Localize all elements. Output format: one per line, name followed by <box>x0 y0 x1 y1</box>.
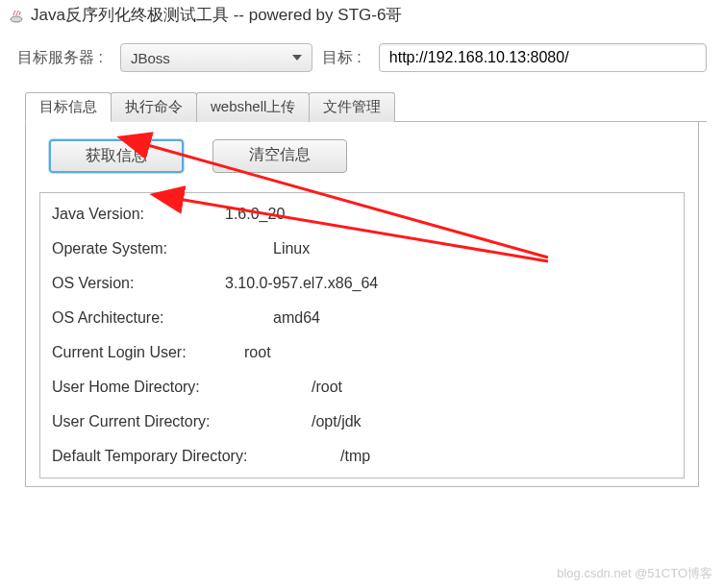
target-label: 目标 : <box>322 48 362 68</box>
info-value: 3.10.0-957.el7.x86_64 <box>225 275 378 292</box>
fetch-info-button[interactable]: 获取信息 <box>49 139 184 173</box>
info-key: OS Architecture: <box>52 309 273 327</box>
info-key: OS Version: <box>52 275 225 292</box>
tabs-area: 目标信息 执行命令 webshell上传 文件管理 获取信息 清空信息 Java… <box>17 91 707 487</box>
tab-file-manager[interactable]: 文件管理 <box>309 92 395 122</box>
tab-webshell-upload[interactable]: webshell上传 <box>196 92 310 122</box>
tab-exec-cmd[interactable]: 执行命令 <box>111 92 197 122</box>
info-value: root <box>244 344 271 361</box>
watermark: blog.csdn.net @51CTO博客 <box>557 565 712 582</box>
svg-point-0 <box>11 16 22 22</box>
info-output-box: Java Version: 1.6.0_20 Operate System: L… <box>39 192 685 478</box>
info-key: Default Temporary Directory: <box>52 448 340 465</box>
info-key: User Home Directory: <box>52 379 312 396</box>
info-row-os-arch: OS Architecture: amd64 <box>40 301 684 335</box>
info-value: 1.6.0_20 <box>225 206 285 223</box>
info-key: User Current Directory: <box>52 413 312 430</box>
server-select[interactable]: JBoss <box>120 43 312 72</box>
server-label: 目标服务器 : <box>17 48 103 68</box>
toolbar: 目标服务器 : JBoss 目标 : <box>0 30 724 80</box>
info-row-java-version: Java Version: 1.6.0_20 <box>40 197 684 232</box>
target-url-input[interactable] <box>379 43 707 72</box>
server-select-value: JBoss <box>131 50 292 66</box>
info-row-home-dir: User Home Directory: /root <box>40 370 684 404</box>
info-value: Linux <box>273 240 310 257</box>
info-row-login-user: Current Login User: root <box>40 335 684 370</box>
info-key: Java Version: <box>52 206 225 223</box>
action-button-row: 获取信息 清空信息 <box>39 139 685 173</box>
info-row-current-dir: User Current Directory: /opt/jdk <box>40 404 684 439</box>
info-key: Operate System: <box>52 240 273 257</box>
tab-bar: 目标信息 执行命令 webshell上传 文件管理 <box>25 91 707 122</box>
info-row-tmp-dir: Default Temporary Directory: /tmp <box>40 439 684 474</box>
window-title: Java反序列化终极测试工具 -- powered by STG-6哥 <box>31 4 402 26</box>
app-icon <box>8 7 25 24</box>
tab-target-info[interactable]: 目标信息 <box>25 92 112 122</box>
info-row-os-version: OS Version: 3.10.0-957.el7.x86_64 <box>40 266 684 301</box>
info-value: /tmp <box>340 448 370 465</box>
info-value: amd64 <box>273 309 320 327</box>
chevron-down-icon <box>292 55 302 61</box>
info-value: /opt/jdk <box>312 413 362 430</box>
info-value: /root <box>312 379 342 396</box>
info-row-os: Operate System: Linux <box>40 232 684 266</box>
clear-info-button[interactable]: 清空信息 <box>212 139 347 173</box>
tab-panel-target-info: 获取信息 清空信息 Java Version: 1.6.0_20 Operate… <box>25 122 699 487</box>
window-titlebar: Java反序列化终极测试工具 -- powered by STG-6哥 <box>0 0 724 30</box>
info-key: Current Login User: <box>52 344 244 361</box>
